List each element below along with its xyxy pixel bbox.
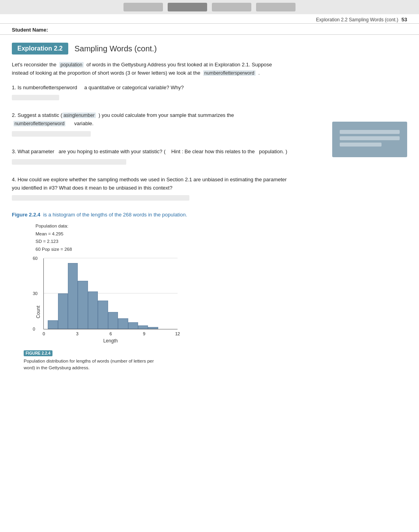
chart-stats-title: Population data:: [36, 222, 72, 230]
sidebar-image: [332, 122, 407, 157]
chart-stats-popsize: 60 Pop size = 268: [36, 246, 72, 254]
y-tick-line-60: [44, 258, 178, 258]
sidebar-image-content: [340, 130, 400, 149]
chart-inner: 60 30 0: [43, 258, 178, 329]
figure-caption: Figure 2.2.4 is a histogram of the lengt…: [12, 212, 407, 218]
sidebar-line-3: [340, 143, 382, 147]
nav-btn-1[interactable]: [123, 3, 163, 11]
question-2-text: 2. Suggest a statistic (asinglenumber ) …: [12, 111, 288, 128]
bar-5: [88, 291, 98, 329]
x-tick-6: 6: [109, 331, 112, 336]
question-1-text: 1. Is numberoflettersperword a quantitat…: [12, 84, 288, 92]
bar-11: [148, 327, 158, 329]
question-1: 1. Is numberoflettersperword a quantitat…: [12, 84, 288, 101]
question-3: 3. What parameter are you hoping to esti…: [12, 148, 288, 165]
chart-area: Count 60 30 0: [36, 258, 178, 344]
student-name-label: Student Name:: [12, 27, 48, 33]
x-tick-9: 9: [143, 331, 145, 336]
nav-btn-2[interactable]: [168, 3, 207, 11]
question-2-answer: [12, 131, 91, 137]
bar-10: [138, 325, 148, 329]
question-4-answer: [12, 195, 189, 201]
top-nav: [0, 0, 419, 14]
exploration-title: Exploration 2.2 Sampling Words (cont.): [12, 43, 407, 55]
question-1-answer: [12, 95, 59, 100]
figure-label-desc: Population distribution for lengths of w…: [24, 358, 158, 372]
question-3-number: 3.: [12, 149, 16, 154]
y-tick-60: 60: [33, 256, 37, 261]
y-tick-0: 0: [33, 327, 35, 331]
bar-3: [68, 263, 78, 329]
bar-9: [128, 322, 138, 329]
question-4-text: 4. How could we explore whether the samp…: [12, 176, 288, 192]
exploration-subtitle: Sampling Words (cont.): [75, 44, 157, 53]
bar-4: [78, 281, 88, 329]
keyword-numberofletters2: numberoflettersperword: [13, 121, 66, 126]
nav-btn-3[interactable]: [212, 3, 251, 11]
bar-6: [98, 301, 108, 329]
chart-stats-mean: Mean = 4.295: [36, 230, 72, 238]
bar-1: [48, 320, 58, 329]
nav-btn-4[interactable]: [256, 3, 296, 11]
intro-text: Let's reconsider the population of words…: [12, 61, 280, 77]
x-tick-0: 0: [43, 331, 45, 336]
y-axis-label: Count: [36, 280, 41, 344]
figure-label-badge: FIGURE 2.2.4: [24, 350, 52, 356]
header-text: Exploration 2.2 Sampling Words (cont.): [316, 17, 398, 23]
x-axis-title: Length: [43, 338, 178, 344]
main-content: Exploration 2.2 Sampling Words (cont.) L…: [0, 35, 419, 383]
question-2-number: 2.: [12, 112, 16, 118]
page-number: 53: [402, 17, 407, 23]
chart-stats-sd: SD = 2.123: [36, 238, 72, 246]
x-tick-3: 3: [76, 331, 79, 336]
keyword-numberofletters: numberoflettersperword: [203, 70, 256, 76]
question-3-text: 3. What parameter are you hoping to esti…: [12, 148, 288, 156]
question-1-number: 1.: [12, 85, 16, 90]
chart-container: Population data: Mean = 4.295 SD = 2.123…: [36, 222, 407, 343]
student-name-row: Student Name:: [0, 24, 419, 35]
question-4: 4. How could we explore whether the samp…: [12, 176, 288, 201]
figure-label-block: FIGURE 2.2.4 Population distribution for…: [24, 350, 158, 372]
question-4-number: 4.: [12, 177, 16, 182]
chart-with-axes: 60 30 0: [43, 258, 178, 344]
figure-caption-text: is a histogram of the lengths of the 268…: [43, 212, 187, 218]
sidebar-line-1: [340, 130, 400, 134]
header-right: Exploration 2.2 Sampling Words (cont.) 5…: [316, 17, 407, 23]
question-3-answer: [12, 159, 126, 165]
bar-2: [58, 293, 68, 329]
exploration-badge: Exploration 2.2: [12, 43, 68, 55]
bar-7: [108, 312, 118, 329]
sidebar-line-2: [340, 136, 400, 140]
question-2: 2. Suggest a statistic (asinglenumber ) …: [12, 111, 288, 137]
bar-8: [118, 318, 128, 329]
keyword-population: population: [59, 62, 83, 68]
keyword-singlenumber: asinglenumber: [62, 113, 96, 118]
figure-section: Figure 2.2.4 is a histogram of the lengt…: [12, 212, 407, 371]
figure-ref: Figure 2.2.4: [12, 212, 40, 218]
chart-stats: Population data: Mean = 4.295 SD = 2.123…: [36, 222, 72, 253]
header-row: Exploration 2.2 Sampling Words (cont.) 5…: [0, 14, 419, 24]
x-tick-12: 12: [175, 331, 180, 336]
y-tick-30: 30: [33, 291, 37, 296]
